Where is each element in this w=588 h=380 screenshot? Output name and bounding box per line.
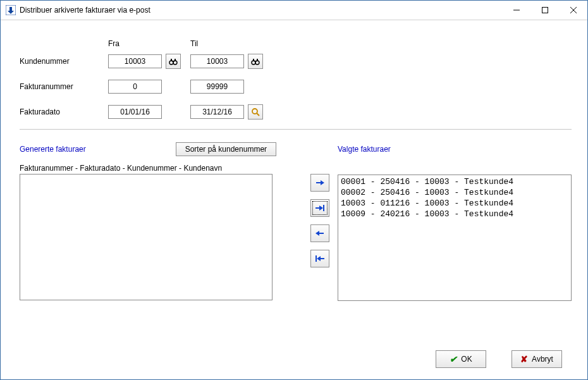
label-genererte: Genererte fakturaer <box>20 145 176 154</box>
titlebar: Distribuer arkiverte fakturaer via e-pos… <box>1 1 587 20</box>
dialog-content: Fra Til Kundenummer <box>1 20 587 379</box>
kundenummer-til-input[interactable] <box>190 54 244 68</box>
header-til: Til <box>190 39 273 51</box>
header-fra: Fra <box>108 39 190 51</box>
maximize-button[interactable] <box>530 1 559 20</box>
selected-column: Valgte fakturaer 00001 - 250416 - 10003 … <box>338 141 572 301</box>
filter-column-headers: Fra Til <box>20 39 572 51</box>
svg-rect-13 <box>257 59 258 61</box>
window-title: Distribuer arkiverte fakturaer via e-pos… <box>20 6 502 15</box>
label-kundenummer: Kundenummer <box>20 57 108 66</box>
separator <box>20 129 572 130</box>
window-controls <box>502 1 587 20</box>
fakturanummer-til-input[interactable] <box>190 80 244 94</box>
check-icon: ✔ <box>450 354 457 364</box>
app-icon <box>6 5 16 15</box>
dialog-window: Distribuer arkiverte fakturaer via e-pos… <box>0 0 588 380</box>
cancel-button[interactable]: ✘ Avbryt <box>511 350 562 368</box>
search-icon <box>251 107 260 116</box>
svg-rect-12 <box>253 59 254 61</box>
label-fakturadato: Fakturadato <box>20 107 108 116</box>
svg-point-15 <box>252 109 257 114</box>
close-icon: ✘ <box>520 354 528 364</box>
svg-rect-2 <box>542 8 548 13</box>
svg-marker-18 <box>321 180 324 185</box>
svg-marker-23 <box>315 231 319 236</box>
svg-rect-9 <box>172 61 175 62</box>
fakturadato-fra-input[interactable] <box>108 105 162 119</box>
lists-section: Genererte fakturaer Sorter på kundenumme… <box>20 141 572 301</box>
kundenummer-fra-lookup-button[interactable] <box>166 54 181 69</box>
row-fakturadato: Fakturadato <box>20 104 572 120</box>
move-left-button[interactable] <box>310 224 329 242</box>
label-valgte: Valgte fakturaer <box>338 145 572 154</box>
sort-button[interactable]: Sorter på kundenummer <box>176 142 276 156</box>
kundenummer-fra-input[interactable] <box>108 54 162 68</box>
list-caption: Fakturanummer - Fakturadato - Kundenumme… <box>20 164 302 173</box>
move-all-left-button[interactable] <box>310 250 329 267</box>
svg-marker-20 <box>319 205 323 211</box>
kundenummer-til-lookup-button[interactable] <box>248 54 263 69</box>
generated-column: Genererte fakturaer Sorter på kundenumme… <box>20 141 302 301</box>
minimize-button[interactable] <box>502 1 530 20</box>
binoculars-icon <box>169 57 178 66</box>
cancel-button-label: Avbryt <box>532 355 553 364</box>
svg-marker-25 <box>317 256 321 261</box>
transfer-buttons <box>302 141 338 301</box>
svg-rect-7 <box>171 59 172 61</box>
row-fakturanummer: Fakturanummer <box>20 78 572 95</box>
move-all-right-button[interactable] <box>310 199 329 217</box>
move-right-button[interactable] <box>310 174 329 192</box>
row-kundenummer: Kundenummer <box>20 53 572 70</box>
arrow-right-all-icon <box>315 204 325 212</box>
fakturadato-til-input[interactable] <box>190 105 244 119</box>
arrow-left-icon <box>315 230 325 237</box>
close-button[interactable] <box>559 1 587 20</box>
arrow-left-all-icon <box>315 255 325 262</box>
selected-invoices-list[interactable]: 00001 - 250416 - 10003 - Testkunde4 0000… <box>338 175 572 301</box>
ok-button[interactable]: ✔ OK <box>436 350 486 368</box>
generated-invoices-list[interactable] <box>20 174 273 300</box>
label-fakturanummer: Fakturanummer <box>20 82 108 91</box>
svg-rect-8 <box>175 59 176 61</box>
binoculars-icon <box>251 57 260 66</box>
fakturanummer-fra-input[interactable] <box>108 80 162 94</box>
svg-line-16 <box>257 113 259 116</box>
arrow-right-icon <box>315 179 325 187</box>
dialog-footer: ✔ OK ✘ Avbryt <box>436 350 562 368</box>
svg-rect-14 <box>254 61 257 62</box>
ok-button-label: OK <box>461 355 472 364</box>
fakturadato-lookup-button[interactable] <box>248 104 263 120</box>
